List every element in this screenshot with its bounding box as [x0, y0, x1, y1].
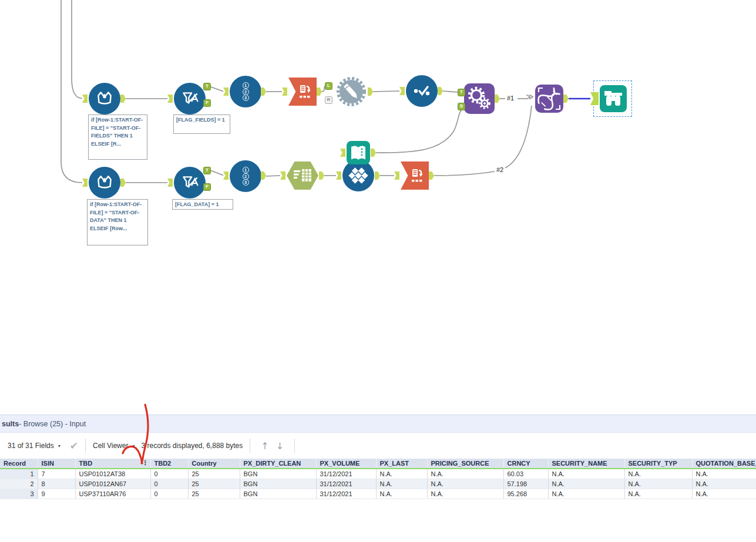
left-input-anchor[interactable]: L	[325, 82, 332, 90]
output-anchor[interactable]	[120, 95, 126, 103]
input-anchor[interactable]	[399, 87, 405, 95]
data-cell[interactable]: N.A.	[624, 489, 692, 499]
data-cell[interactable]: N.A.	[692, 469, 756, 479]
browse-input-anchor[interactable]	[590, 92, 599, 105]
column-header-px_volume[interactable]: PX_VOLUME	[316, 459, 376, 469]
record-number-cell[interactable]: 1	[0, 469, 38, 479]
scroll-up-icon[interactable]: ↑	[261, 440, 268, 452]
data-cell[interactable]: 31/12/2021	[316, 489, 376, 499]
tool-tile[interactable]	[342, 160, 374, 191]
output-anchor[interactable]	[368, 87, 373, 96]
annotation-multirow-data[interactable]: if [Row-1:START-OF-FILE] = "START-OF-DAT…	[87, 199, 148, 245]
record-number-cell[interactable]: 2	[0, 479, 38, 489]
input-anchor[interactable]	[336, 171, 341, 180]
output-anchor[interactable]	[261, 87, 266, 96]
column-header-tbd[interactable]: TBD⋮	[75, 459, 150, 469]
tool-multi-row-formula-data[interactable]	[89, 167, 120, 198]
data-cell[interactable]: BGN	[240, 469, 316, 479]
tool-filter-data[interactable]	[174, 167, 206, 198]
data-cell[interactable]: 25	[188, 489, 240, 499]
column-header-quotation_base_c[interactable]: QUOTATION_BASE_C	[692, 459, 756, 469]
column-header-crncy[interactable]: CRNCY	[503, 459, 548, 469]
data-cell[interactable]: USP01012AT38	[75, 469, 150, 479]
tool-browse[interactable]	[600, 85, 627, 112]
output-anchor[interactable]	[495, 95, 500, 103]
tool-macro-gears[interactable]	[464, 83, 495, 114]
output-anchor[interactable]	[438, 87, 443, 95]
data-cell[interactable]: 8	[38, 479, 75, 489]
data-cell[interactable]: N.A.	[376, 469, 427, 479]
data-cell[interactable]: N.A.	[548, 479, 624, 489]
data-cell[interactable]: 31/12/2021	[316, 479, 376, 489]
output-anchor[interactable]	[319, 171, 324, 180]
multi-input-anchor[interactable]: ≫	[526, 93, 534, 101]
false-output-anchor[interactable]: F	[203, 183, 211, 191]
input-anchor[interactable]	[282, 87, 287, 96]
column-header-security_name[interactable]: SECURITY_NAME	[548, 459, 624, 469]
output-anchor[interactable]	[375, 171, 380, 180]
data-cell[interactable]: N.A.	[624, 469, 692, 479]
data-cell[interactable]: N.A.	[427, 469, 503, 479]
data-cell[interactable]: BGN	[240, 489, 316, 499]
target-input-anchor[interactable]: T	[458, 89, 465, 96]
annotation-filter-data[interactable]: [FLAG_DATA] = 1	[172, 199, 233, 210]
tool-summarize[interactable]	[287, 161, 318, 190]
output-anchor[interactable]	[317, 87, 322, 96]
data-cell[interactable]: USP01012AN67	[75, 479, 150, 489]
input-anchor[interactable]	[340, 149, 345, 157]
data-cell[interactable]: 0	[150, 479, 188, 489]
cell-viewer-dropdown[interactable]: Cell Viewer ▾	[93, 442, 135, 450]
data-cell[interactable]: 95.268	[503, 489, 548, 499]
record-number-cell[interactable]: 3	[0, 489, 38, 499]
true-output-anchor[interactable]: T	[203, 167, 211, 174]
data-cell[interactable]: 0	[150, 469, 188, 479]
column-menu-icon[interactable]: ⋮	[142, 459, 149, 467]
output-anchor[interactable]	[261, 171, 266, 180]
tool-record-id-data[interactable]: 123	[230, 160, 261, 192]
right-input-anchor[interactable]: R	[325, 96, 332, 104]
false-output-anchor[interactable]: F	[203, 99, 211, 107]
input-anchor[interactable]	[82, 179, 88, 187]
output-anchor[interactable]	[429, 171, 434, 180]
annotation-filter-fields[interactable]: [FLAG_FIELDS] = 1	[173, 115, 230, 134]
data-cell[interactable]: 0	[150, 489, 188, 499]
data-cell[interactable]: 9	[38, 489, 75, 499]
scroll-down-icon[interactable]: ↓	[276, 440, 284, 452]
input-anchor[interactable]	[82, 95, 88, 103]
data-cell[interactable]: N.A.	[427, 479, 503, 489]
column-header-security_typ[interactable]: SECURITY_TYP	[624, 459, 692, 469]
column-header-tbd2[interactable]: TBD2	[150, 459, 188, 469]
data-cell[interactable]: 25	[188, 469, 240, 479]
input-anchor[interactable]	[280, 171, 285, 180]
input-anchor[interactable]	[167, 179, 173, 187]
column-header-pricing_source[interactable]: PRICING_SOURCE	[427, 459, 503, 469]
workflow-canvas[interactable]: T F 123	[0, 0, 756, 415]
data-cell[interactable]: N.A.	[548, 469, 624, 479]
column-header-record[interactable]: Record	[0, 459, 38, 469]
fields-filter-dropdown[interactable]: 31 of 31 Fields ▾	[8, 442, 61, 450]
tool-transpose-data[interactable]	[401, 161, 429, 190]
data-cell[interactable]: N.A.	[548, 489, 624, 499]
data-cell[interactable]: N.A.	[692, 479, 756, 489]
tool-field-info[interactable]	[347, 141, 370, 164]
input-anchor[interactable]	[167, 95, 173, 103]
tool-multi-row-formula-fields[interactable]	[89, 83, 120, 115]
output-anchor[interactable]	[563, 95, 569, 103]
column-header-px_dirty_clean[interactable]: PX_DIRTY_CLEAN	[240, 459, 316, 469]
data-cell[interactable]: USP37110AR76	[75, 489, 150, 499]
output-anchor[interactable]	[371, 149, 376, 157]
data-cell[interactable]: 31/12/2021	[316, 469, 376, 479]
data-cell[interactable]: 7	[38, 469, 75, 479]
input-anchor[interactable]	[394, 171, 399, 180]
output-anchor[interactable]	[120, 179, 126, 187]
data-cell[interactable]: N.A.	[376, 479, 427, 489]
data-cell[interactable]: N.A.	[624, 479, 692, 489]
data-cell[interactable]: N.A.	[376, 489, 427, 499]
input-anchor[interactable]	[223, 87, 229, 96]
tool-macro-union[interactable]	[535, 85, 563, 113]
data-cell[interactable]: N.A.	[692, 489, 756, 499]
apply-check-icon[interactable]: ✔	[70, 440, 78, 452]
tool-unique[interactable]	[406, 75, 438, 107]
true-output-anchor[interactable]: T	[203, 83, 211, 90]
column-header-px_last[interactable]: PX_LAST	[376, 459, 427, 469]
